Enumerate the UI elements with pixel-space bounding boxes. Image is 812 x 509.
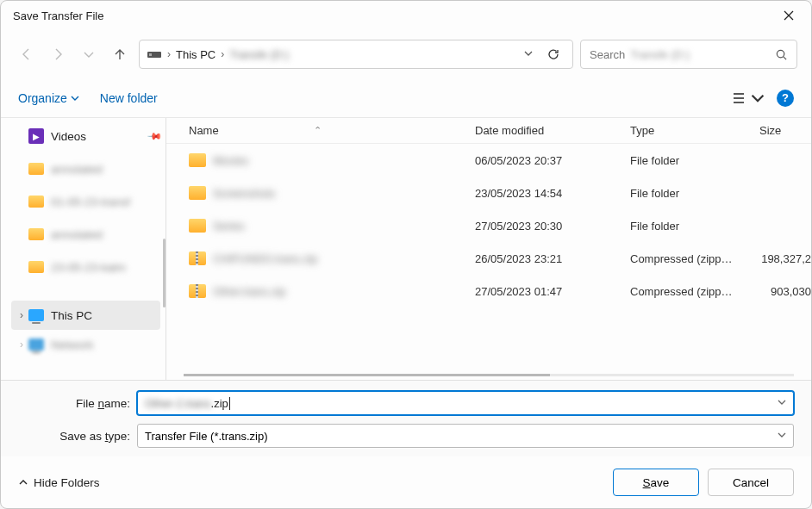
saveastype-value: Transfer File (*.trans.zip) <box>145 430 268 443</box>
chevron-icon: › <box>221 48 224 60</box>
cancel-button[interactable]: Cancel <box>708 469 794 496</box>
chevron-down-icon <box>778 398 786 407</box>
sidebar-item-network[interactable]: › Network <box>11 330 160 359</box>
toolbar: Organize New folder ? <box>1 78 811 118</box>
search-scope: Transfe (D:) <box>630 48 690 61</box>
folder-icon <box>189 219 206 233</box>
sidebar-item-folder[interactable]: 23-05-23-kalm <box>11 251 160 283</box>
file-type: File folder <box>630 220 759 233</box>
nav-row: › This PC › Transfe (D:) Search Transfe … <box>1 30 811 78</box>
file-name: CHIFUNDO.trans.zip <box>213 252 317 265</box>
view-button[interactable] <box>732 91 765 105</box>
organize-button[interactable]: Organize <box>18 91 79 105</box>
sidebar-label: Network <box>51 338 94 351</box>
file-size: 198,327,2 <box>759 252 811 265</box>
file-size: 903,030 <box>759 285 811 298</box>
videos-icon: ▶ <box>28 128 44 144</box>
new-folder-label: New folder <box>100 91 158 105</box>
new-folder-button[interactable]: New folder <box>100 91 158 105</box>
file-type: Compressed (zipp… <box>630 252 759 265</box>
refresh-button[interactable] <box>541 47 565 61</box>
column-headers: Name⌃ Date modified Type Size <box>166 118 811 144</box>
sidebar-label: 23-05-23-kalm <box>51 261 126 274</box>
file-type: Compressed (zipp… <box>630 285 759 298</box>
sidebar-scrollbar[interactable] <box>163 239 166 307</box>
pin-icon: 📌 <box>146 127 162 144</box>
file-name: Movies <box>213 154 248 167</box>
file-row[interactable]: Series27/05/2023 20:30File folder <box>166 209 811 242</box>
window-title: Save Transfer File <box>13 9 104 22</box>
search-prefix: Search <box>590 48 625 61</box>
organize-label: Organize <box>18 91 67 105</box>
horizontal-scrollbar[interactable] <box>184 374 794 376</box>
sidebar-item-folder[interactable]: annotated <box>11 218 160 251</box>
cancel-label: Cancel <box>733 476 769 489</box>
folder-icon <box>28 163 44 175</box>
recent-button[interactable] <box>77 42 101 66</box>
footer: Hide Folders Save Cancel <box>1 456 811 508</box>
file-row[interactable]: CHIFUNDO.trans.zip26/05/2023 23:21Compre… <box>166 242 811 275</box>
address-dropdown[interactable] <box>521 48 536 61</box>
sidebar-item-folder[interactable]: annotated <box>11 152 160 185</box>
hide-folders-button[interactable]: Hide Folders <box>18 476 100 489</box>
folder-icon <box>28 228 44 240</box>
svg-rect-1 <box>149 53 152 56</box>
sidebar-label: annotated <box>51 163 103 176</box>
caret-down-icon <box>751 91 765 105</box>
save-button[interactable]: Save <box>613 469 699 496</box>
arrow-up-icon <box>113 47 127 61</box>
text-caret <box>229 397 230 410</box>
filename-dropdown[interactable] <box>778 398 786 408</box>
saveastype-select[interactable]: Transfer File (*.trans.zip) <box>137 424 794 448</box>
file-row[interactable]: Other.trans.zip27/05/2023 01:47Compresse… <box>166 275 811 307</box>
breadcrumb-thispc[interactable]: This PC <box>176 48 215 61</box>
help-button[interactable]: ? <box>777 90 794 107</box>
file-date: 27/05/2023 20:30 <box>475 220 630 233</box>
sidebar-item-folder[interactable]: 01-05-23-transf <box>11 185 160 218</box>
sidebar-label: annotated <box>51 228 103 241</box>
save-dialog: Save Transfer File › This PC › Transfe (… <box>0 0 812 509</box>
sort-caret-icon: ⌃ <box>314 125 322 136</box>
filename-label: File name: <box>18 397 130 410</box>
col-size[interactable]: Size <box>759 124 811 137</box>
back-button[interactable] <box>15 42 39 66</box>
help-icon: ? <box>782 91 789 104</box>
file-name: Screenshots <box>213 187 275 200</box>
forward-button[interactable] <box>46 42 70 66</box>
sidebar: ▶ Videos 📌 annotated 01-05-23-transf ann… <box>1 118 166 380</box>
saveastype-dropdown[interactable] <box>778 431 786 441</box>
filename-input[interactable]: Other-2.trans.zip <box>137 391 794 415</box>
close-button[interactable] <box>771 3 806 28</box>
col-date[interactable]: Date modified <box>475 124 630 137</box>
search-icon <box>775 48 788 61</box>
search-box[interactable]: Search Transfe (D:) <box>580 40 797 69</box>
chevron-down-icon <box>82 47 96 61</box>
file-type: File folder <box>630 154 759 167</box>
expand-icon[interactable]: › <box>20 338 23 351</box>
breadcrumb-drive[interactable]: Transfe (D:) <box>229 48 289 61</box>
folder-icon <box>28 196 44 208</box>
folder-icon <box>189 153 206 167</box>
svg-point-2 <box>777 50 784 57</box>
file-pane: Name⌃ Date modified Type Size Movies06/0… <box>166 118 811 380</box>
filename-suffix: .zip <box>211 397 228 410</box>
folder-icon <box>189 186 206 200</box>
file-row[interactable]: Screenshots23/05/2023 14:54File folder <box>166 177 811 209</box>
close-icon <box>784 10 794 21</box>
sidebar-label: This PC <box>51 309 92 322</box>
bottom-panel: File name: Other-2.trans.zip Save as typ… <box>1 380 811 456</box>
col-type[interactable]: Type <box>630 124 759 137</box>
chevron-down-icon <box>778 431 786 439</box>
sidebar-item-thispc[interactable]: › This PC <box>11 301 160 330</box>
refresh-icon <box>547 47 560 61</box>
address-bar[interactable]: › This PC › Transfe (D:) <box>139 40 573 69</box>
expand-icon[interactable]: › <box>20 309 23 321</box>
sidebar-item-videos[interactable]: ▶ Videos 📌 <box>11 120 160 152</box>
zip-icon <box>189 251 206 265</box>
arrow-left-icon <box>20 47 34 61</box>
file-row[interactable]: Movies06/05/2023 20:37File folder <box>166 144 811 177</box>
col-name[interactable]: Name⌃ <box>189 124 475 137</box>
up-button[interactable] <box>108 42 132 66</box>
sidebar-label: Videos <box>51 130 86 143</box>
titlebar: Save Transfer File <box>1 1 811 30</box>
